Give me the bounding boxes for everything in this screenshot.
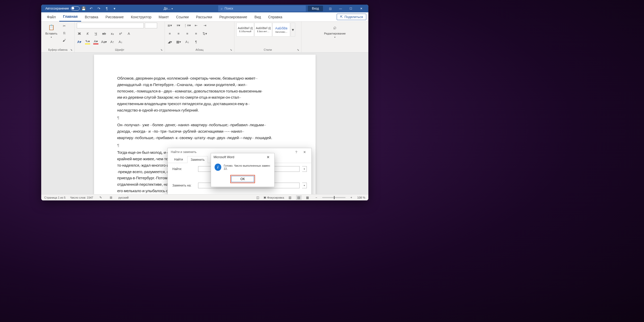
text-effects-button[interactable]: A — [126, 31, 131, 36]
display-settings-icon[interactable]: ◫ — [255, 195, 260, 200]
web-layout-icon[interactable]: ▦ — [305, 195, 310, 200]
tab-insert[interactable]: Вставка — [81, 12, 102, 22]
increase-indent-button[interactable]: ⇥ — [202, 23, 208, 28]
tab-find[interactable]: Найти — [171, 156, 186, 163]
tab-view[interactable]: Вид — [251, 12, 265, 22]
bullets-button[interactable]: ≣▾ — [167, 23, 173, 28]
font-size-input[interactable] — [145, 23, 157, 28]
paragraph[interactable]: Обломов,·дворянин·родом,·коллежский··сек… — [117, 75, 292, 114]
sort-button[interactable]: A↓ — [184, 39, 190, 44]
launcher-icon[interactable]: ⬊ — [230, 48, 232, 51]
tab-design[interactable]: Конструктор — [127, 12, 155, 22]
shrink-font-button[interactable]: A↓ — [118, 39, 123, 44]
align-left-button[interactable]: ≡ — [167, 31, 173, 36]
language-indicator[interactable]: русский — [118, 196, 129, 199]
borders-button[interactable]: ▦▾ — [176, 39, 181, 44]
redo-icon[interactable]: ↷ — [95, 5, 103, 12]
pilcrow-icon[interactable]: ¶ — [103, 5, 111, 12]
qat-more-icon[interactable]: ▾ — [111, 5, 118, 12]
font-color-button[interactable]: A▾ — [77, 39, 82, 44]
autosave-toggle[interactable]: Автосохранение — [45, 6, 80, 11]
align-right-button[interactable]: ≡ — [184, 31, 190, 36]
grow-font-button[interactable]: A↑ — [110, 39, 115, 44]
accessibility-icon[interactable]: ⊞ — [108, 195, 114, 200]
help-icon[interactable]: ? — [292, 149, 300, 155]
autosave-label: Автосохранение — [45, 7, 69, 10]
line-spacing-button[interactable]: ⇅▾ — [202, 31, 208, 36]
decrease-indent-button[interactable]: ⇤ — [193, 23, 199, 28]
dropdown-icon[interactable]: ▾ — [302, 183, 307, 188]
copy-icon[interactable]: ⎘ — [61, 30, 68, 36]
minimize-icon[interactable]: — — [335, 5, 346, 12]
numbering-button[interactable]: ≡▾ — [176, 23, 181, 28]
style-no-spacing[interactable]: АаБбВвГгД ¶ Без инт… — [255, 23, 272, 37]
tab-replace[interactable]: Заменить — [187, 156, 208, 163]
launcher-icon[interactable]: ⬊ — [160, 48, 163, 51]
justify-button[interactable]: ≡ — [193, 31, 199, 36]
ok-button[interactable]: OK — [231, 176, 254, 182]
zoom-level[interactable]: 108 % — [357, 196, 365, 199]
share-label: Поделиться — [344, 15, 363, 19]
maximize-icon[interactable]: ☐ — [346, 5, 356, 12]
word-count[interactable]: Число слов: 1547 — [70, 196, 93, 199]
zoom-out-button[interactable]: − — [313, 195, 319, 200]
style-normal[interactable]: АаБбВвГгД ¶ Обычный — [236, 23, 254, 37]
tab-help[interactable]: Справка — [265, 12, 286, 22]
underline-button[interactable]: Ч — [93, 31, 98, 36]
launcher-icon[interactable]: ⬊ — [70, 48, 72, 51]
tab-layout[interactable]: Макет — [155, 12, 173, 22]
style-name: ¶ Обычный — [239, 30, 251, 33]
paste-button[interactable]: 📋 Вставить ▾ — [43, 23, 60, 39]
spellcheck-icon[interactable]: ✎ — [98, 195, 104, 200]
document-area[interactable]: Обломов,·дворянин·родом,·коллежский··сек… — [41, 53, 368, 194]
zoom-slider[interactable] — [322, 197, 345, 198]
align-center-button[interactable]: ≡ — [176, 31, 181, 36]
save-icon[interactable]: 💾 — [80, 5, 87, 12]
italic-button[interactable]: К — [85, 31, 90, 36]
styles-more-button[interactable]: ▾ — [291, 23, 295, 37]
change-case-button[interactable]: Aa▾ — [101, 39, 107, 44]
bold-button[interactable]: Ж — [77, 31, 82, 36]
close-icon[interactable]: ✕ — [356, 5, 366, 12]
find-button[interactable]: ⌕ Редактирование ▾ — [322, 23, 348, 39]
shading-button[interactable]: ◢▾ — [167, 39, 173, 44]
titlebar: Автосохранение 💾 ↶ ↷ ¶ ▾ До… ▾ ⌕ Поиск В… — [41, 5, 368, 12]
paragraph[interactable]: Он··получал·· уже ··более··денег,··нанял… — [117, 122, 292, 141]
signin-button[interactable]: Вход — [308, 6, 323, 11]
read-mode-icon[interactable]: ▥ — [287, 195, 293, 200]
tab-review[interactable]: Рецензирование — [216, 12, 251, 22]
font-color2-button[interactable]: A▾ — [93, 39, 98, 44]
font-name-input[interactable] — [77, 23, 144, 28]
style-preview: АаБбВвГгД — [238, 27, 253, 30]
tab-file[interactable]: Файл — [43, 12, 59, 22]
dropdown-icon[interactable]: ▾ — [302, 166, 307, 172]
cut-icon[interactable]: ✂ — [61, 23, 68, 29]
style-name: ¶ Без инт… — [257, 30, 269, 33]
undo-icon[interactable]: ↶ — [87, 5, 95, 12]
close-icon[interactable]: ✕ — [301, 149, 308, 155]
superscript-button[interactable]: x² — [118, 31, 123, 36]
tab-draw[interactable]: Рисование — [102, 12, 127, 22]
multilevel-button[interactable]: ⋮≡▾ — [184, 23, 190, 28]
search-input[interactable]: ⌕ Поиск — [218, 5, 306, 12]
show-marks-button[interactable]: ¶ — [193, 39, 199, 44]
page-indicator[interactable]: Страница 1 из 5 — [44, 196, 65, 199]
strikethrough-button[interactable]: ab — [101, 31, 107, 36]
launcher-icon[interactable]: ⬊ — [297, 48, 299, 51]
style-heading1[interactable]: АаБбВв Заголово… — [273, 23, 290, 37]
focus-mode-button[interactable]: ▣Фокусировка — [264, 196, 284, 199]
tab-references[interactable]: Ссылки — [172, 12, 192, 22]
print-layout-icon[interactable]: ▤ — [296, 195, 302, 200]
zoom-in-button[interactable]: + — [349, 195, 354, 200]
tab-home[interactable]: Главная — [59, 12, 81, 22]
subscript-button[interactable]: x₂ — [110, 31, 115, 36]
format-painter-icon[interactable]: 🖌 — [61, 37, 68, 43]
share-button[interactable]: ⇱ Поделиться — [337, 14, 366, 20]
ribbon-display-icon[interactable]: ◫ — [325, 5, 335, 12]
close-icon[interactable]: ✕ — [265, 154, 272, 160]
group-paragraph: ≣▾ ≡▾ ⋮≡▾ ⇤ ⇥ ≡ ≡ ≡ ≡ ⇅▾ ◢▾ ▦▾ A↓ — [165, 22, 234, 52]
toggle-icon[interactable] — [71, 6, 80, 11]
tab-mailings[interactable]: Рассылки — [192, 12, 216, 22]
clipboard-icon: 📋 — [48, 24, 55, 31]
highlight-button[interactable]: ✎▾ — [85, 39, 90, 44]
